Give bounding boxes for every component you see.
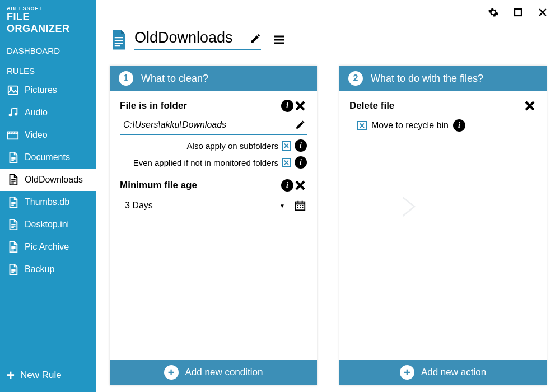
checkbox-nonmonitored[interactable]: ✕ [282,158,291,167]
nav-dashboard[interactable]: DASHBOARD [0,40,96,59]
main-area: OldDownloads 1 What to clean? File is in… [96,0,560,392]
svg-rect-7 [115,40,123,41]
sidebar-item-pictures[interactable]: Pictures [0,79,96,101]
sidebar-item-label: Audio [25,108,48,118]
close-button[interactable] [536,6,549,18]
svg-rect-5 [515,9,521,16]
doc-icon [7,263,19,276]
doc-icon [7,196,19,208]
music-icon [7,106,19,119]
rename-button[interactable] [249,32,262,45]
step-badge: 2 [348,71,363,86]
add-action-label: Add new action [421,367,486,378]
info-button[interactable]: i [453,119,465,132]
svg-rect-10 [296,202,305,211]
page-title: OldDownloads [134,29,261,50]
close-icon [523,99,536,113]
brand-logo: ABELSSOFT FILE ORGANIZER [0,6,96,40]
doc-icon [7,174,19,186]
sidebar-item-label: Thumbs.db [25,197,69,207]
panel-header-actions: 2 What to do with the files? [339,66,547,91]
svg-point-3 [15,113,18,116]
option-subfolders-row: Also apply on subfolders ✕ i [120,139,307,152]
image-icon [7,84,19,96]
sidebar-item-label: OldDownloads [25,175,83,185]
condition-age: Minimum file age i 3 Days ▼ [120,179,307,214]
svg-rect-6 [115,37,123,38]
new-rule-button[interactable]: + New Rule [0,358,96,392]
doc-icon [7,218,19,231]
sidebar-item-label: Video [25,130,48,140]
sidebar-item-label: Backup [25,264,54,274]
info-button[interactable]: i [281,100,293,112]
edit-path-button[interactable] [293,118,307,132]
info-button[interactable]: i [295,139,307,152]
pencil-icon [250,33,261,44]
close-icon [293,179,307,192]
info-button[interactable]: i [281,179,293,192]
sidebar-item-video[interactable]: Video [0,124,96,146]
sidebar-item-audio[interactable]: Audio [0,101,96,124]
doc-icon [7,151,19,164]
panel-actions: 2 What to do with the files? Delete file… [339,66,547,385]
option-label: Move to recycle bin [371,120,449,130]
pencil-icon [295,120,305,130]
sidebar-item-documents[interactable]: Documents [0,146,96,169]
add-action-button[interactable]: + Add new action [339,360,547,385]
panel-heading-label: What to clean? [141,73,208,85]
maximize-icon [513,7,523,17]
panel-heading-label: What to do with the files? [371,73,483,85]
panel-body-conditions: File is in folder i C:\Users\akku\Downlo… [110,91,317,360]
sidebar-item-label: Pic Archive [25,242,69,252]
sidebar-item-thumbsdb[interactable]: Thumbs.db [0,191,96,213]
plus-icon: + [7,367,15,383]
info-button[interactable]: i [295,156,307,169]
option-label: Also apply on subfolders [187,141,278,151]
maximize-button[interactable] [512,6,524,18]
condition-folder: File is in folder i C:\Users\akku\Downlo… [120,99,307,169]
sidebar-item-backup[interactable]: Backup [0,258,96,281]
video-icon [7,129,19,141]
folder-path: C:\Users\akku\Downloads [120,120,293,130]
add-condition-label: Add new condition [185,367,263,378]
content-area: 1 What to clean? File is in folder i C:\… [96,60,560,392]
step-badge: 1 [119,71,133,86]
plus-icon: + [400,365,414,380]
panel-header-conditions: 1 What to clean? [110,66,317,91]
titlebar [96,0,560,25]
gear-icon [488,7,499,18]
age-select-value: 3 Days [125,200,153,211]
option-label: Even applied if not in monitored folders [133,158,278,167]
panel-body-actions: Delete file ✕ Move to recycle bin i [339,91,547,360]
nav-rules-heading: RULES [0,60,96,79]
sidebar-item-desktopini[interactable]: Desktop.ini [0,213,96,236]
condition-title: Minimum file age [120,180,281,191]
remove-action-button[interactable] [523,99,536,113]
add-condition-button[interactable]: + Add new condition [110,360,317,385]
svg-rect-8 [115,43,123,44]
settings-button[interactable] [487,6,500,18]
calendar-button[interactable] [293,199,307,212]
sidebar-item-label: Pictures [25,85,57,95]
age-select[interactable]: 3 Days ▼ [120,197,290,214]
panel-connector [402,198,413,216]
action-title: Delete file [349,100,523,111]
doc-icon [110,30,127,50]
sidebar-item-label: Desktop.ini [25,220,69,230]
menu-button[interactable] [272,33,286,46]
svg-rect-9 [115,45,120,46]
svg-point-2 [9,114,12,117]
checkbox-recycle[interactable]: ✕ [357,121,367,130]
option-nonmonitored-row: Even applied if not in monitored folders… [120,156,307,169]
sidebar-item-picarchive[interactable]: Pic Archive [0,236,96,258]
remove-condition-button[interactable] [293,179,307,192]
sidebar-item-olddownloads[interactable]: OldDownloads [0,169,96,191]
close-icon [293,99,307,113]
remove-condition-button[interactable] [293,99,307,113]
condition-title: File is in folder [120,100,281,111]
checkbox-subfolders[interactable]: ✕ [282,141,291,151]
svg-rect-0 [8,86,18,95]
brand-bottom: FILE ORGANIZER [7,11,90,35]
chevron-down-icon: ▼ [279,203,285,209]
close-icon [537,7,548,18]
